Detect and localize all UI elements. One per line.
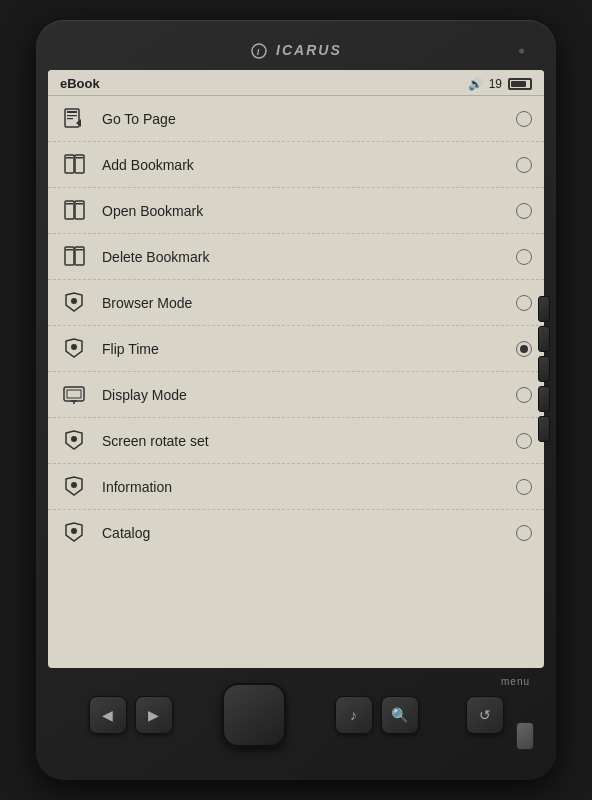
svg-rect-3 [67,111,77,113]
svg-point-19 [71,298,77,304]
e-reader-device: I ICARUS eBook 🔊 19 [36,20,556,780]
flip-time-label: Flip Time [102,341,516,357]
svg-rect-14 [76,203,83,205]
svg-text:I: I [257,47,262,57]
speaker-icon: 🔊 [468,77,483,91]
svg-rect-22 [67,390,81,398]
menu-list: Go To Page Add Bookmark Open Boo [48,96,544,668]
browser-mode-icon [60,289,88,317]
side-scroll-buttons [538,90,552,648]
right-btn-group: ♪ 🔍 [335,696,419,734]
display-mode-label: Display Mode [102,387,516,403]
information-radio [516,479,532,495]
bottom-controls: ◀ ▶ ♪ 🔍 ↺ menu [48,668,544,768]
go-to-page-icon [60,105,88,133]
dpad-center[interactable] [222,683,286,747]
menu-item-go-to-page[interactable]: Go To Page [48,96,544,142]
go-to-page-label: Go To Page [102,111,516,127]
scroll-btn-5[interactable] [538,416,550,442]
information-icon [60,473,88,501]
scroll-btn-2[interactable] [538,326,550,352]
return-button[interactable]: ↺ [466,696,504,734]
open-bookmark-label: Open Bookmark [102,203,516,219]
information-label: Information [102,479,516,495]
brand-bar: I ICARUS [48,32,544,70]
forward-button[interactable]: ▶ [135,696,173,734]
svg-point-26 [71,482,77,488]
display-mode-radio [516,387,532,403]
screen: eBook 🔊 19 Go To Pag [48,70,544,668]
screen-rotate-radio [516,433,532,449]
svg-rect-5 [67,118,73,119]
svg-rect-17 [66,249,73,251]
flip-time-icon [60,335,88,363]
flip-time-radio [516,341,532,357]
svg-rect-13 [66,203,73,205]
delete-bookmark-icon [60,243,88,271]
brand-name: ICARUS [276,42,342,58]
svg-point-20 [71,344,77,350]
catalog-label: Catalog [102,525,516,541]
menu-item-add-bookmark[interactable]: Add Bookmark [48,142,544,188]
menu-item-open-bookmark[interactable]: Open Bookmark [48,188,544,234]
svg-point-25 [71,436,77,442]
menu-item-delete-bookmark[interactable]: Delete Bookmark [48,234,544,280]
svg-rect-4 [67,115,77,116]
scroll-btn-1[interactable] [538,296,550,322]
camera-dot [519,49,524,54]
screen-rotate-icon [60,427,88,455]
volume-value: 19 [489,77,502,91]
open-bookmark-radio [516,203,532,219]
display-mode-icon [60,381,88,409]
add-bookmark-radio [516,157,532,173]
delete-bookmark-label: Delete Bookmark [102,249,516,265]
open-bookmark-icon [60,197,88,225]
back-button[interactable]: ◀ [89,696,127,734]
menu-item-information[interactable]: Information [48,464,544,510]
menu-item-flip-time[interactable]: Flip Time [48,326,544,372]
browser-mode-label: Browser Mode [102,295,516,311]
scroll-btn-3[interactable] [538,356,550,382]
screen-rotate-label: Screen rotate set [102,433,516,449]
add-bookmark-label: Add Bookmark [102,157,516,173]
menu-item-browser-mode[interactable]: Browser Mode [48,280,544,326]
menu-item-catalog[interactable]: Catalog [48,510,544,556]
brand-logo: I ICARUS [250,42,342,60]
svg-point-27 [71,528,77,534]
svg-rect-18 [76,249,83,251]
scroll-btn-4[interactable] [538,386,550,412]
battery-icon [508,78,532,90]
catalog-icon [60,519,88,547]
status-right: 🔊 19 [468,77,532,91]
music-button[interactable]: ♪ [335,696,373,734]
screen-wrapper: eBook 🔊 19 Go To Pag [48,70,544,668]
menu-item-display-mode[interactable]: Display Mode [48,372,544,418]
app-title: eBook [60,76,100,91]
catalog-radio [516,525,532,541]
left-nav-group: ◀ ▶ [89,696,173,734]
add-bookmark-icon [60,151,88,179]
go-to-page-radio [516,111,532,127]
delete-bookmark-radio [516,249,532,265]
menu-item-screen-rotate[interactable]: Screen rotate set [48,418,544,464]
menu-slider[interactable] [516,722,534,750]
browser-mode-radio [516,295,532,311]
svg-rect-9 [66,157,73,159]
zoom-button[interactable]: 🔍 [381,696,419,734]
menu-label-text: menu [501,676,530,687]
svg-rect-10 [76,157,83,159]
status-bar: eBook 🔊 19 [48,70,544,96]
